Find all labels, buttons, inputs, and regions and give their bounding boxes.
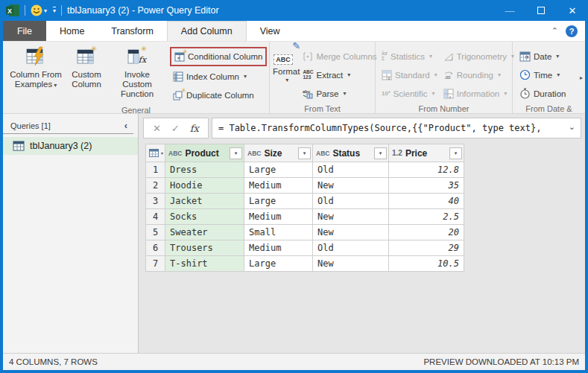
row-number[interactable]: 7 bbox=[146, 256, 165, 272]
custom-column-button[interactable]: ✳ Custom Column bbox=[64, 44, 109, 89]
cell-price[interactable]: 35 bbox=[389, 178, 464, 194]
row-number[interactable]: 1 bbox=[146, 162, 165, 178]
cell-product[interactable]: Jacket bbox=[165, 194, 244, 209]
cell-price[interactable]: 10.5 bbox=[389, 256, 464, 272]
ribbon-overflow-arrow[interactable]: ▸ bbox=[578, 42, 585, 113]
button-label: Duplicate Column bbox=[186, 91, 254, 100]
column-from-examples-icon bbox=[25, 45, 47, 68]
status-columns-rows: 4 COLUMNS, 7 ROWS bbox=[9, 357, 98, 366]
column-name: Product bbox=[185, 148, 227, 159]
date-button[interactable]: Date ▾ bbox=[516, 47, 569, 66]
tab-view[interactable]: View bbox=[247, 21, 294, 41]
row-number[interactable]: 2 bbox=[146, 178, 165, 194]
chevron-down-icon: ▾ bbox=[44, 7, 47, 14]
minimize-button[interactable]: — bbox=[494, 0, 525, 21]
cell-product[interactable]: Dress bbox=[165, 162, 244, 178]
tab-add-column[interactable]: Add Column bbox=[167, 21, 247, 41]
rounding-button[interactable]: .00 Rounding ▾ bbox=[440, 66, 517, 84]
cell-price[interactable]: 20 bbox=[389, 225, 464, 240]
select-all-corner-button[interactable]: ▾ bbox=[146, 144, 165, 162]
cell-status[interactable]: Old bbox=[313, 194, 389, 209]
merge-columns-button[interactable]: Merge Columns bbox=[300, 47, 379, 66]
cell-size[interactable]: Large bbox=[244, 256, 313, 272]
column-header-status[interactable]: ABC Status ▾ bbox=[313, 144, 389, 162]
row-number[interactable]: 3 bbox=[146, 194, 165, 209]
button-label: Format bbox=[273, 67, 300, 77]
index-column-button[interactable]: 123 Index Column ▾ bbox=[170, 67, 268, 86]
maximize-button[interactable] bbox=[525, 0, 557, 21]
collapse-queries-pane-icon[interactable]: ‹ bbox=[124, 120, 127, 131]
filter-dropdown-button[interactable]: ▾ bbox=[298, 147, 311, 159]
titlebar-separator bbox=[25, 5, 25, 16]
cell-status[interactable]: New bbox=[313, 225, 389, 240]
cell-price[interactable]: 12.8 bbox=[389, 162, 464, 178]
parse-button[interactable]: abc Parse ▾ bbox=[300, 84, 379, 103]
svg-text:fx: fx bbox=[139, 55, 148, 65]
invoke-custom-function-button[interactable]: fx ✳ Invoke Custom Function bbox=[109, 44, 165, 100]
cell-size[interactable]: Medium bbox=[244, 209, 313, 225]
statistics-button[interactable]: x̄σΣ Statistics ▾ bbox=[379, 47, 440, 66]
button-label: Date bbox=[534, 52, 551, 61]
cell-size[interactable]: Medium bbox=[244, 240, 313, 256]
duplicate-column-button[interactable]: ✳ Duplicate Column bbox=[170, 86, 268, 104]
cell-size[interactable]: Small bbox=[244, 225, 313, 240]
row-number[interactable]: 5 bbox=[146, 225, 165, 240]
queries-panel: Queries [1] ‹ tblJanuary3 (2) bbox=[3, 114, 139, 353]
cell-status[interactable]: New bbox=[313, 209, 389, 225]
close-button[interactable]: ✕ bbox=[557, 0, 588, 21]
cell-size[interactable]: Medium bbox=[244, 178, 313, 194]
cell-product[interactable]: Socks bbox=[165, 209, 244, 225]
trigonometry-button[interactable]: Trigonometry ▾ bbox=[440, 47, 517, 66]
filter-dropdown-button[interactable]: ▾ bbox=[374, 147, 387, 159]
format-button[interactable]: ABC ✎ Format ▾ bbox=[273, 44, 300, 83]
cell-status[interactable]: Old bbox=[313, 162, 389, 178]
help-button[interactable]: ? bbox=[566, 25, 578, 37]
cell-product[interactable]: Sweater bbox=[165, 225, 244, 240]
extract-button[interactable]: ABC123 Extract ▾ bbox=[300, 66, 379, 84]
button-label: Conditional Column bbox=[188, 52, 262, 61]
column-header-size[interactable]: ABC Size ▾ bbox=[244, 144, 313, 162]
cell-size[interactable]: Large bbox=[244, 162, 313, 178]
standard-button[interactable]: ± Standard ▾ bbox=[379, 66, 440, 84]
column-header-price[interactable]: 1.2 Price ▾ bbox=[389, 144, 464, 162]
feedback-smiley-button[interactable]: ▾ bbox=[31, 4, 47, 16]
query-item-tbljanuary3[interactable]: tblJanuary3 (2) bbox=[3, 137, 138, 155]
column-from-examples-button[interactable]: Column From Examples▾ bbox=[7, 44, 64, 89]
cell-price[interactable]: 2.5 bbox=[389, 209, 464, 225]
row-number[interactable]: 6 bbox=[146, 240, 165, 256]
cell-status[interactable]: Old bbox=[313, 240, 389, 256]
duration-button[interactable]: Duration bbox=[516, 84, 569, 103]
time-button[interactable]: Time ▾ bbox=[516, 66, 569, 84]
conditional-column-button[interactable]: ≠ ✳ Conditional Column bbox=[171, 48, 265, 65]
window-title: tblJanuary3 (2) - Power Query Editor bbox=[67, 5, 219, 16]
cell-price[interactable]: 29 bbox=[389, 240, 464, 256]
cell-status[interactable]: New bbox=[313, 256, 389, 272]
smiley-icon bbox=[31, 4, 42, 16]
commit-formula-icon[interactable]: ✓ bbox=[171, 123, 180, 134]
tab-file[interactable]: File bbox=[3, 21, 46, 41]
customize-toolbar-icon[interactable]: ▾ bbox=[53, 7, 56, 14]
chevron-down-icon: ▾ bbox=[244, 73, 247, 80]
cell-status[interactable]: New bbox=[313, 178, 389, 194]
cell-product[interactable]: Trousers bbox=[165, 240, 244, 256]
cell-size[interactable]: Large bbox=[244, 194, 313, 209]
tab-transform[interactable]: Transform bbox=[98, 21, 167, 41]
row-number[interactable]: 4 bbox=[146, 209, 165, 225]
collapse-ribbon-icon[interactable]: ⌃ bbox=[551, 26, 558, 36]
filter-dropdown-button[interactable]: ▾ bbox=[449, 147, 462, 159]
chevron-down-icon: ▾ bbox=[343, 90, 346, 97]
cell-product[interactable]: Hoodie bbox=[165, 178, 244, 194]
information-button[interactable]: + Information ▾ bbox=[440, 84, 517, 103]
cancel-formula-icon[interactable]: ✕ bbox=[153, 123, 161, 134]
tab-home[interactable]: Home bbox=[46, 21, 98, 41]
cell-price[interactable]: 40 bbox=[389, 194, 464, 209]
scientific-button[interactable]: 10² Scientific ▾ bbox=[379, 84, 440, 103]
filter-dropdown-button[interactable]: ▾ bbox=[230, 147, 242, 159]
time-icon bbox=[519, 69, 531, 80]
ribbon: Column From Examples▾ ✳ Custom Column bbox=[3, 42, 585, 114]
table-row: 2 Hoodie Medium New 35 bbox=[146, 178, 464, 194]
expand-formula-bar-icon[interactable]: ⌄ bbox=[569, 122, 575, 132]
cell-product[interactable]: T-shirt bbox=[165, 256, 244, 272]
column-header-product[interactable]: ABC Product ▾ bbox=[165, 144, 244, 162]
formula-input[interactable] bbox=[212, 118, 581, 138]
